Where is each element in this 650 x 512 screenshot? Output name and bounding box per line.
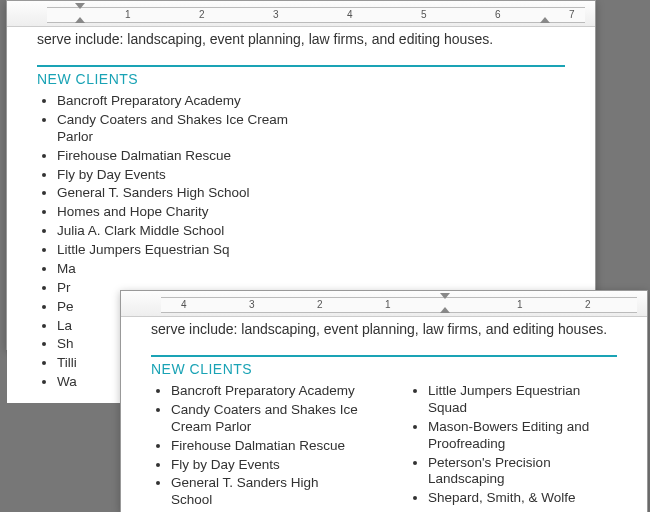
section-divider — [37, 65, 565, 67]
ruler-num: 4 — [181, 299, 187, 310]
right-indent-marker-icon[interactable] — [540, 17, 550, 23]
ruler-num: 7 — [569, 9, 575, 20]
intro-paragraph: serve include: landscaping, event planni… — [151, 321, 617, 337]
document-window-two-column: 4 3 2 1 1 2 serve include: landscaping, … — [120, 290, 648, 512]
first-line-indent-icon[interactable] — [440, 293, 450, 299]
ruler-num: 1 — [385, 299, 391, 310]
clients-column-1: Bancroft Preparatory Academy Candy Coate… — [171, 383, 360, 512]
list-item: Shepard, Smith, & Wolfe — [428, 490, 617, 507]
list-item: Peterson's Precision Landscaping — [428, 455, 617, 489]
ruler-front: 4 3 2 1 1 2 — [121, 291, 647, 317]
ruler-num: 1 — [517, 299, 523, 310]
list-item: Homes and Hope Charity — [57, 204, 307, 221]
section-heading: NEW CLIENTS — [151, 361, 617, 377]
section-divider — [151, 355, 617, 357]
list-item: Candy Coaters and Shakes Ice Cream Parlo… — [57, 112, 307, 146]
clients-column-2: Little Jumpers Equestrian Squad Mason-Bo… — [428, 383, 617, 512]
section-heading: NEW CLIENTS — [37, 71, 565, 87]
ruler-num: 1 — [125, 9, 131, 20]
ruler-num: 6 — [495, 9, 501, 20]
indent-marker-icon[interactable] — [75, 17, 85, 23]
ruler-num: 2 — [199, 9, 205, 20]
list-item: Firehouse Dalmatian Rescue — [171, 438, 360, 455]
ruler-num: 5 — [421, 9, 427, 20]
list-item: Bancroft Preparatory Academy — [171, 383, 360, 400]
list-item: Little Jumpers Equestrian Squad — [428, 383, 617, 417]
indent-marker-icon[interactable] — [440, 307, 450, 313]
list-item: Little Jumpers Equestrian Sq — [57, 242, 307, 259]
list-item: Fly by Day Events — [171, 457, 360, 474]
first-line-indent-icon[interactable] — [75, 3, 85, 9]
list-item: Fly by Day Events — [57, 167, 307, 184]
intro-paragraph: serve include: landscaping, event planni… — [37, 31, 565, 47]
list-item: Mason-Bowers Editing and Proofreading — [428, 419, 617, 453]
ruler-num: 2 — [585, 299, 591, 310]
page-content-two-col: serve include: landscaping, event planni… — [121, 321, 647, 512]
ruler-num: 4 — [347, 9, 353, 20]
list-item: Julia A. Clark Middle School — [57, 223, 307, 240]
list-item: General T. Sanders High School — [171, 475, 360, 509]
list-item: Ma — [57, 261, 307, 278]
ruler-num: 2 — [317, 299, 323, 310]
list-item: Bancroft Preparatory Academy — [57, 93, 307, 110]
list-item: Firehouse Dalmatian Rescue — [57, 148, 307, 165]
list-item: Candy Coaters and Shakes Ice Cream Parlo… — [171, 402, 360, 436]
ruler-back: 1 2 3 4 5 6 7 — [7, 1, 595, 27]
ruler-num: 3 — [249, 299, 255, 310]
list-item: General T. Sanders High School — [57, 185, 307, 202]
ruler-num: 3 — [273, 9, 279, 20]
